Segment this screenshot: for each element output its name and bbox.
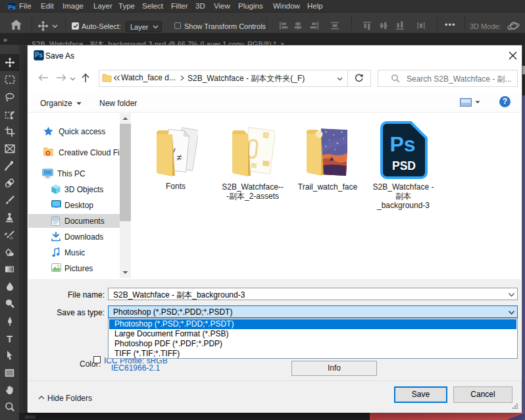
svg-text:Ps: Ps xyxy=(389,132,415,156)
svg-text:PSD: PSD xyxy=(392,159,416,172)
